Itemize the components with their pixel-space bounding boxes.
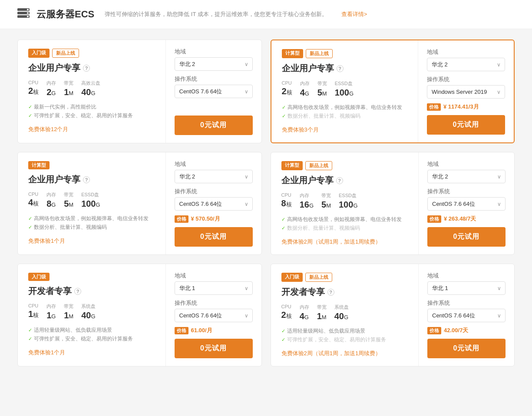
feature-item: ✓ 数据分析、批量计算、视频编码 bbox=[282, 112, 408, 120]
features: ✓ 高网络包收发场景，例如视频弹幕、电信业务转发 ✓ 数据分析、批量计算、视频编… bbox=[281, 216, 408, 232]
spec-value: 4核 bbox=[28, 198, 39, 208]
help-icon[interactable]: ? bbox=[83, 176, 90, 183]
spec-label: 高效云盘 bbox=[81, 80, 100, 86]
spec-value: 2G bbox=[46, 87, 56, 97]
try-button[interactable]: 0元试用 bbox=[427, 115, 505, 135]
spec-item: 内存 2G bbox=[46, 80, 56, 97]
try-button[interactable]: 0元试用 bbox=[427, 339, 506, 358]
check-icon: ✓ bbox=[281, 328, 285, 334]
spec-value: 5M bbox=[317, 88, 327, 98]
os-label: 操作系统 bbox=[427, 299, 506, 307]
os-select-wrap: CentOS 7.6 64位Ubuntu 18.04Windows Server… bbox=[427, 85, 505, 99]
region-select[interactable]: 华北 2华北 1华东 1华南 1 bbox=[175, 57, 253, 71]
spec-value: 1M bbox=[64, 87, 73, 97]
try-button[interactable]: 0元试用 bbox=[175, 339, 253, 358]
price-tag: 价格 bbox=[175, 215, 188, 223]
os-select[interactable]: CentOS 7.6 64位Ubuntu 18.04Windows Server… bbox=[427, 197, 506, 211]
help-icon[interactable]: ? bbox=[83, 65, 90, 72]
spec-label: CPU bbox=[281, 192, 292, 198]
specs: CPU 2核 内存 4G 带宽 1M 系统盘 40G bbox=[281, 304, 408, 321]
os-select-wrap: CentOS 7.6 64位Ubuntu 18.04Windows Server… bbox=[175, 309, 253, 322]
region-label: 地域 bbox=[427, 48, 505, 56]
try-button[interactable]: 0元试用 bbox=[175, 227, 253, 247]
price-tag: 价格 bbox=[427, 327, 441, 334]
feature-item: ✓ 数据分析、批量计算、视频编码 bbox=[281, 225, 408, 232]
try-button[interactable]: 0元试用 bbox=[175, 116, 253, 135]
free-trial[interactable]: 免费体验2周（试用1周，加送1周续费） bbox=[281, 238, 408, 246]
free-trial[interactable]: 免费体验12个月 bbox=[28, 125, 155, 133]
feature-text: 数据分析、批量计算、视频编码 bbox=[287, 112, 360, 120]
spec-item: 带宽 5M bbox=[64, 191, 73, 209]
spec-label: CPU bbox=[281, 304, 292, 309]
spec-item: CPU 2核 bbox=[281, 304, 292, 321]
specs: CPU 1核 内存 1G 带宽 1M 系统盘 40G bbox=[28, 303, 155, 320]
price-badge: 价格 42.00/7天 bbox=[427, 327, 506, 334]
region-select-wrap: 华北 2华北 1华东 1华南 1 bbox=[427, 170, 506, 183]
help-icon[interactable]: ? bbox=[327, 289, 334, 296]
help-icon[interactable]: ? bbox=[337, 65, 344, 72]
spec-value: 1M bbox=[317, 311, 327, 321]
os-select[interactable]: CentOS 7.6 64位Ubuntu 18.04Windows Server… bbox=[175, 197, 253, 211]
card-title: 开发者专享 ? bbox=[28, 285, 155, 297]
region-label: 地域 bbox=[175, 272, 253, 280]
spec-label: 内存 bbox=[46, 80, 56, 86]
feature-item: ✓ 可弹性扩展，安全、稳定、易用的计算服务 bbox=[28, 112, 155, 119]
free-trial[interactable]: 免费体验3个月 bbox=[282, 126, 408, 134]
spec-value: 4G bbox=[300, 88, 310, 98]
try-button[interactable]: 0元试用 bbox=[427, 227, 506, 247]
specs: CPU 8核 内存 16G 带宽 5M ESSD盘 100G bbox=[281, 192, 408, 210]
price-value: ¥ 570.50/月 bbox=[191, 215, 220, 223]
feature-text: 数据分析、批量计算、视频编码 bbox=[287, 225, 360, 232]
os-label: 操作系统 bbox=[427, 76, 505, 83]
os-select[interactable]: CentOS 7.6 64位Ubuntu 18.04Windows Server… bbox=[175, 309, 253, 322]
os-select[interactable]: CentOS 7.6 64位Ubuntu 18.04Windows Server… bbox=[427, 309, 506, 322]
spec-label: 内存 bbox=[300, 192, 314, 199]
header-title: 云服务器ECS bbox=[36, 8, 94, 21]
os-select[interactable]: CentOS 7.6 64位Ubuntu 18.04Windows Server… bbox=[427, 85, 505, 99]
feature-item: ✓ 高网络包收发场景，例如视频弹幕、电信业务转发 bbox=[28, 215, 155, 222]
spec-label: CPU bbox=[28, 191, 39, 197]
region-section: 地域 华北 2华北 1华东 1华南 1 bbox=[175, 160, 253, 188]
tag-orange: 计算型 bbox=[281, 161, 303, 170]
feature-text: 高网络包收发场景，例如视频弹幕、电信业务转发 bbox=[287, 104, 402, 111]
card-right: 地域 华北 2华北 1华东 1华南 1 操作系统 CentOS 7.6 64位U… bbox=[166, 152, 261, 254]
card-title: 企业用户专享 ? bbox=[282, 63, 408, 74]
check-icon: ✓ bbox=[28, 216, 32, 221]
free-trial[interactable]: 免费体验1个月 bbox=[28, 237, 155, 245]
spec-value: 2核 bbox=[282, 86, 292, 96]
region-select[interactable]: 华北 2华北 1华东 1华南 1 bbox=[427, 58, 505, 71]
spec-item: 带宽 1M bbox=[64, 303, 73, 320]
spec-label: ESSD盘 bbox=[335, 80, 354, 87]
help-icon[interactable]: ? bbox=[74, 288, 81, 295]
feature-item: ✓ 高网络包收发场景，例如视频弹幕、电信业务转发 bbox=[281, 216, 408, 223]
price-value: ¥ 263.48/7天 bbox=[444, 215, 476, 223]
free-trial[interactable]: 免费体验1个月 bbox=[28, 349, 155, 357]
free-trial[interactable]: 免费体验2周（试用1周，加送1周续费） bbox=[281, 350, 408, 357]
spec-item: 带宽 5M bbox=[317, 80, 327, 98]
spec-item: CPU 2核 bbox=[28, 80, 39, 97]
spec-item: ESSD盘 100G bbox=[339, 192, 358, 210]
specs: CPU 2核 内存 2G 带宽 1M 高效云盘 40G bbox=[28, 80, 155, 97]
os-label: 操作系统 bbox=[427, 188, 506, 195]
region-select[interactable]: 华北 2华北 1华东 1华南 1 bbox=[175, 170, 253, 183]
region-select[interactable]: 华北 1华北 2华东 1华南 1 bbox=[427, 281, 506, 295]
feature-item: ✓ 适用轻量级网站、低负载应用场景 bbox=[28, 327, 155, 334]
region-section: 地域 华北 1华北 2华东 1华南 1 bbox=[427, 272, 506, 299]
tag-orange: 计算型 bbox=[282, 49, 303, 58]
card-title: 企业用户专享 ? bbox=[28, 174, 155, 185]
check-icon: ✓ bbox=[281, 217, 285, 222]
spec-label: 内存 bbox=[300, 304, 309, 310]
help-icon[interactable]: ? bbox=[336, 177, 343, 184]
spec-label: 带宽 bbox=[64, 191, 73, 198]
price-value: 42.00/7天 bbox=[444, 327, 468, 334]
header-link[interactable]: 查看详情> bbox=[341, 10, 367, 18]
card-right: 地域 华北 2华北 1华东 1华南 1 操作系统 CentOS 7.6 64位U… bbox=[418, 40, 514, 142]
feature-text: 数据分析、批量计算、视频编码 bbox=[34, 224, 107, 231]
os-select[interactable]: CentOS 7.6 64位Ubuntu 18.04Windows Server… bbox=[175, 85, 253, 98]
region-select[interactable]: 华北 2华北 1华东 1华南 1 bbox=[427, 170, 506, 183]
check-icon: ✓ bbox=[28, 327, 32, 333]
spec-value: 4G bbox=[300, 311, 309, 321]
region-select[interactable]: 华北 1华北 2华东 1华南 1 bbox=[175, 281, 253, 295]
spec-label: 带宽 bbox=[321, 192, 331, 199]
spec-label: CPU bbox=[282, 80, 292, 86]
